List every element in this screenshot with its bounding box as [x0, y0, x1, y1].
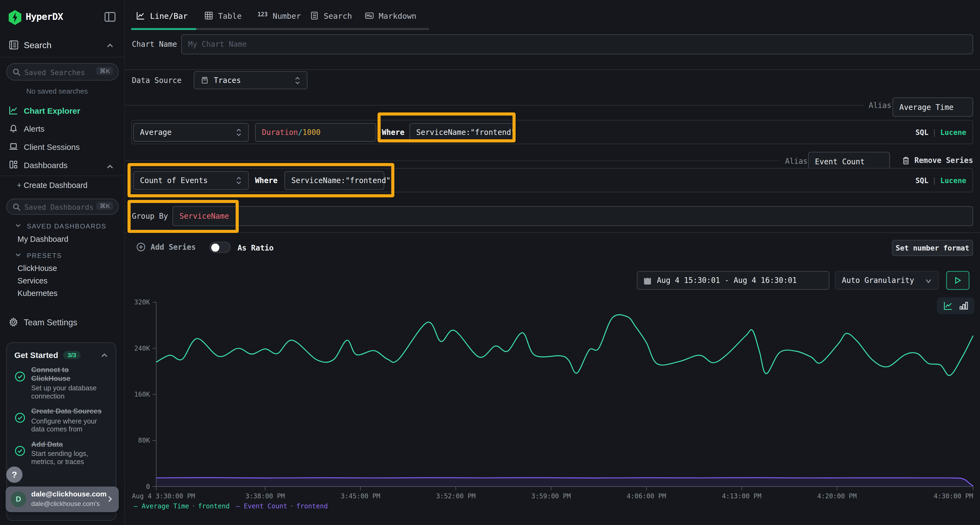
sidebar-item-team-settings[interactable]: Team Settings [0, 315, 125, 331]
where-label-2: Where [255, 176, 278, 185]
brand-name: HyperDX [25, 11, 63, 22]
tab-number[interactable]: 123 Number [258, 9, 301, 22]
search-icon [13, 203, 21, 211]
bell-icon [9, 124, 18, 133]
search-section-icon [9, 40, 19, 50]
user-subtitle: dale@clickhouse.com's [31, 500, 100, 507]
user-menu[interactable]: D dale@clickhouse.com dale@clickhouse.co… [6, 487, 119, 512]
where-input-2[interactable]: ServiceName:"frontend" [285, 171, 384, 190]
main-panel: Line/Bar Table 123 Number Search Markdow… [125, 0, 980, 525]
presets-header[interactable]: PRESETS [15, 252, 62, 259]
run-query-button[interactable] [946, 271, 969, 290]
query-language-switch-2[interactable]: SQL|Lucene [915, 176, 966, 185]
field-input-1[interactable]: Duration/1000 [255, 123, 376, 142]
where-input-1[interactable]: ServiceName:"frontend" [409, 123, 513, 142]
tab-markdown[interactable]: Markdown [365, 9, 417, 22]
svg-text:0: 0 [146, 483, 150, 490]
data-source-select[interactable]: Traces [194, 71, 308, 89]
chevron-up-icon [106, 42, 114, 49]
shortcut-badge: ⌘K [96, 202, 113, 210]
user-email: dale@clickhouse.com [31, 490, 107, 498]
group-by-label: Group By [132, 212, 168, 220]
avatar: D [11, 492, 26, 507]
chevron-right-icon [106, 495, 114, 503]
legend-item[interactable]: — Event Count·frontend [236, 502, 328, 510]
svg-text:4:06:00 PM: 4:06:00 PM [627, 492, 666, 500]
set-number-format-button[interactable]: Set number format [892, 240, 973, 256]
bar-chart-mode-icon[interactable] [959, 301, 968, 310]
add-series-button[interactable]: Add Series [136, 243, 196, 252]
as-ratio-toggle[interactable] [209, 242, 231, 253]
trash-icon [902, 156, 910, 165]
legend-item[interactable]: — Average Time·frontend [134, 502, 229, 510]
markdown-icon [365, 11, 374, 20]
sidebar-divider [0, 57, 125, 57]
aggregation-select-2[interactable]: Count of Events [133, 171, 249, 190]
tab-search[interactable]: Search [310, 9, 352, 22]
chart-name-input[interactable]: My Chart Name [181, 34, 973, 54]
sidebar-collapse-icon[interactable] [104, 11, 116, 23]
check-circle-icon [14, 412, 25, 423]
get-started-item-connect[interactable]: Connect to ClickHouse Set up your databa… [14, 366, 108, 400]
sidebar-item-client-sessions[interactable]: Client Sessions [0, 140, 125, 156]
remove-series-button[interactable]: Remove Series [902, 156, 973, 165]
get-started-item-sources[interactable]: Create Data Sources Configure where your… [14, 407, 108, 433]
svg-text:4:20:00 PM: 4:20:00 PM [817, 492, 857, 500]
date-range-picker[interactable]: Aug 4 15:30:01 - Aug 4 16:30:01 [637, 271, 829, 290]
granularity-select[interactable]: Auto Granularity [835, 271, 939, 290]
alias-input-1[interactable]: Average Time [892, 97, 973, 117]
dashboard-grid-icon [9, 160, 18, 169]
search-icon [13, 68, 21, 76]
divider [125, 160, 780, 161]
divider [125, 69, 980, 70]
saved-searches-input[interactable]: Saved Searches ⌘K [6, 63, 119, 81]
divider [125, 232, 980, 233]
sidebar-item-alerts[interactable]: Alerts [0, 122, 125, 138]
list-doc-icon [310, 11, 319, 20]
create-dashboard-button[interactable]: + Create Dashboard [17, 181, 88, 190]
query-language-switch-1[interactable]: SQL|Lucene [915, 128, 966, 137]
saved-dashboards-header[interactable]: SAVED DASHBOARDS [15, 222, 107, 230]
preset-services[interactable]: Services [18, 277, 48, 285]
legend-dash: — [236, 502, 244, 510]
where-label-1: Where [382, 128, 404, 137]
alias-label-1: Alias [869, 101, 891, 110]
saved-dashboards-input[interactable]: Saved Dashboards ⌘K [6, 198, 119, 215]
svg-text:3:38:00 PM: 3:38:00 PM [245, 492, 285, 500]
svg-text:3:45:00 PM: 3:45:00 PM [341, 492, 380, 500]
select-chevrons-icon [236, 176, 242, 185]
chevron-up-icon[interactable] [101, 351, 108, 359]
line-chart-icon [136, 11, 145, 20]
series-row-1: Average Duration/1000 Where ServiceName:… [131, 120, 973, 144]
search-section-label: Search [24, 40, 51, 50]
tab-line-bar[interactable]: Line/Bar [136, 9, 188, 22]
sidebar-section-search[interactable]: Search [0, 39, 125, 55]
plus-circle-icon [136, 243, 146, 252]
line-chart-mode-icon[interactable] [943, 301, 953, 310]
svg-text:80K: 80K [138, 436, 150, 444]
hyperdx-logo-icon [8, 10, 22, 25]
123-icon: 123 [258, 11, 267, 20]
sidebar-item-dashboards[interactable]: Dashboards [0, 158, 125, 174]
aggregation-select-1[interactable]: Average [133, 123, 249, 142]
divider [125, 105, 863, 106]
series-row-2: Count of Events Where ServiceName:"front… [131, 168, 973, 193]
sidebar-item-chart-explorer[interactable]: Chart Explorer [0, 104, 125, 120]
help-button[interactable]: ? [6, 466, 22, 483]
group-by-input[interactable]: ServiceName [173, 206, 973, 226]
get-started-item-add-data[interactable]: Add Data Start sending logs, metrics, or… [14, 440, 108, 466]
sidebar-item-my-dashboard[interactable]: My Dashboard [18, 235, 68, 243]
brand-row: HyperDX [0, 9, 125, 26]
timeseries-chart[interactable]: 080K160K240K320KAug 4 3:30:00 PM3:38:00 … [125, 293, 980, 500]
preset-kubernetes[interactable]: Kubernetes [18, 289, 57, 298]
play-icon [955, 277, 961, 284]
chart-legend: — Average Time·frontend— Event Count·fro… [134, 502, 328, 510]
as-ratio-label: As Ratio [237, 243, 274, 252]
svg-text:4:30:00 PM: 4:30:00 PM [934, 492, 973, 500]
chevron-down-icon [15, 222, 21, 228]
chart-name-label: Chart Name [132, 40, 177, 49]
tab-table[interactable]: Table [204, 9, 242, 22]
alias-label-2: Alias [785, 157, 808, 165]
gear-icon [9, 317, 18, 327]
preset-clickhouse[interactable]: ClickHouse [18, 264, 57, 273]
